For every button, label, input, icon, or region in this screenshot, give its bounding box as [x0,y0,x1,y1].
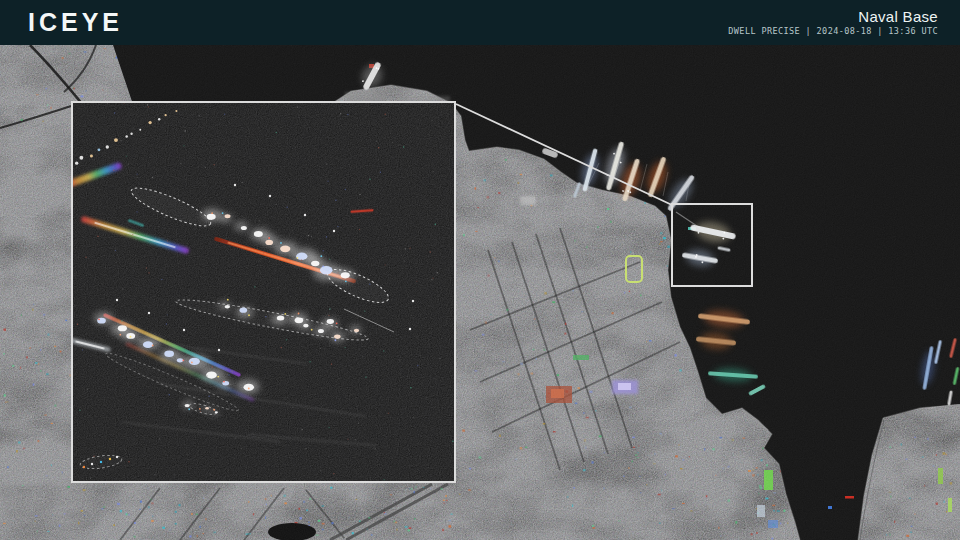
capture-metadata: DWELL PRECISE | 2024-08-18 | 13:36 UTC [728,27,938,37]
inset-magnifier [66,102,455,482]
iceye-imagery-viewer: ICEYE Naval Base DWELL PRECISE | 2024-08… [0,0,960,540]
page-title: Naval Base [728,8,938,25]
sar-image-canvas [0,45,960,540]
header-text-block: Naval Base DWELL PRECISE | 2024-08-18 | … [728,8,938,37]
header-bar: ICEYE Naval Base DWELL PRECISE | 2024-08… [0,0,960,45]
iceye-logo: ICEYE [28,0,123,45]
sar-image-view [0,45,960,540]
